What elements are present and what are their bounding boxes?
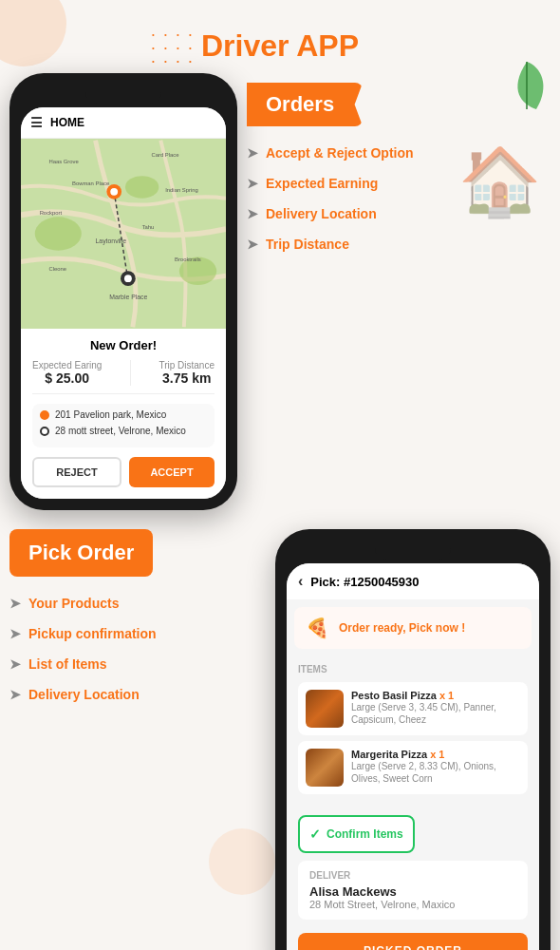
arrow-icon-7: ➤ [9,656,21,672]
confirm-btn-label: Confirm Items [327,827,403,841]
feature-label-list-of-items: List of Items [28,656,106,672]
map-area: Haas Grove Card Place Bowman Place India… [21,139,226,329]
trip-label: Trip Distance [159,360,215,370]
orders-info: Orders ➤ Accept & Reject Option ➤ Expect… [247,73,551,510]
svg-text:Rockport: Rockport [40,210,63,216]
reject-button[interactable]: REJECT [32,457,121,487]
section2: Pick Order ➤ Your Products ➤ Pickup conf… [0,529,560,950]
trip-distance-meta: Trip Distance 3.75 km [159,360,215,386]
feature-item-delivery-location2: ➤ Delivery Location [9,687,266,702]
ready-text: Order ready, Pick now ! [339,621,465,635]
svg-point-4 [125,176,159,199]
hamburger-icon[interactable]: ☰ [30,115,43,130]
svg-text:Indian Spring: Indian Spring [165,187,198,193]
pizza-2-image [306,749,344,787]
svg-text:Haas Grove: Haas Grove [48,159,78,164]
order-meta: Expected Earing $ 25.00 Trip Distance 3.… [32,360,215,394]
item-1-name: Pesto Basil Pizza x 1 [351,690,520,701]
phone-screen-right: ‹ Pick: #1250045930 🍕 Order ready, Pick … [287,563,539,950]
feature-item-your-products: ➤ Your Products [9,596,266,611]
phone-frame-left: ☰ HOME [9,73,237,510]
order-card-title: New Order! [32,338,215,352]
phone-right: ‹ Pick: #1250045930 🍕 Order ready, Pick … [275,529,560,950]
order-header: ‹ Pick: #1250045930 [287,563,539,599]
expected-value: $ 25.00 [32,370,102,386]
svg-text:Bowman Place: Bowman Place [72,180,109,186]
item-row-2: Margerita Pizza x 1 Large (Serve 2, 8.33… [298,741,528,794]
item-1-desc: Large (Serve 3, 3.45 CM), Panner, Capsic… [351,701,520,726]
item-2-name: Margerita Pizza x 1 [351,749,520,760]
address-row-pickup: 201 Pavelion park, Mexico [40,409,207,420]
pizza-1-image [306,690,344,728]
deliver-section: DELIVER Alisa Mackews 28 Mott Street, Ve… [298,861,528,920]
phone-left: ☰ HOME [9,73,237,510]
feature-label-trip-distance: Trip Distance [266,237,349,252]
feature-label-your-products: Your Products [28,596,119,611]
order-card: New Order! Expected Earing $ 25.00 Trip … [21,329,226,499]
map-header: ☰ HOME [21,107,226,139]
svg-text:Laytonville: Laytonville [96,238,127,245]
trip-value: 3.75 km [159,370,215,386]
feature-label-pickup-confirmation: Pickup confirmation [28,626,157,641]
deliver-name: Alisa Mackews [309,884,516,899]
food-icon: 🍕 [306,617,329,639]
ready-banner: 🍕 Order ready, Pick now ! [294,607,532,649]
feature-item-pickup-confirmation: ➤ Pickup confirmation [9,626,266,641]
meta-divider [130,360,131,386]
home-label: HOME [50,116,84,129]
deliver-label: DELIVER [309,870,516,881]
feature-item-delivery-location: ➤ Delivery Location [247,206,551,221]
order-id: Pick: #1250045930 [310,575,419,589]
item-2-info: Margerita Pizza x 1 Large (Serve 2, 8.33… [351,749,520,785]
arrow-icon-6: ➤ [9,626,21,641]
pickup-dot [40,410,49,420]
address-row-delivery: 28 mott street, Velrone, Mexico [40,426,207,436]
deliver-address: 28 Mott Street, Velrone, Maxico [309,899,516,910]
address-box: 201 Pavelion park, Mexico 28 mott street… [32,404,215,447]
svg-text:Card Place: Card Place [151,152,178,158]
svg-point-7 [110,188,118,196]
orders-banner: Orders [247,83,363,126]
main-layout: ☰ HOME [0,73,560,510]
items-label: ITEMS [298,664,528,674]
svg-text:Marble Place: Marble Place [109,294,147,300]
feature-item-list-of-items: ➤ List of Items [9,656,266,672]
check-icon: ✓ [309,826,321,842]
expected-earning-meta: Expected Earing $ 25.00 [32,360,102,386]
item-2-desc: Large (Serve 2, 8.33 CM), Onions, Olives… [351,760,520,785]
picked-order-button[interactable]: PICKED ORDER [298,933,528,950]
svg-point-9 [124,275,132,282]
item-row-1: Pesto Basil Pizza x 1 Large (Serve 3, 3.… [298,682,528,735]
arrow-icon-1: ➤ [247,145,258,161]
action-buttons: REJECT ACCEPT [32,457,215,487]
item-2-qty: x 1 [430,749,444,760]
accept-button[interactable]: ACCEPT [129,457,215,487]
arrow-icon-3: ➤ [247,206,258,221]
delivery-address: 28 mott street, Velrone, Mexico [55,426,186,436]
orders-feature-list: ➤ Accept & Reject Option ➤ Expected Earn… [247,145,551,252]
arrow-icon-2: ➤ [247,176,258,191]
page-title: Driver APP [0,0,560,73]
feature-item-trip-distance: ➤ Trip Distance [247,237,551,252]
svg-text:Cleone: Cleone [48,266,66,272]
feature-label-delivery-location: Delivery Location [266,206,377,221]
pick-order-banner: Pick Order [9,529,153,577]
items-section: ITEMS Pesto Basil Pizza x 1 Large (Serve… [287,656,539,808]
feature-label-accept-reject: Accept & Reject Option [266,145,414,161]
arrow-icon-5: ➤ [9,596,21,611]
pickup-address: 201 Pavelion park, Mexico [55,409,166,420]
confirm-items-button[interactable]: ✓ Confirm Items [298,815,415,853]
pick-order-feature-list: ➤ Your Products ➤ Pickup confirmation ➤ … [9,596,266,702]
delivery-dot [40,427,49,436]
arrow-icon-4: ➤ [247,237,258,252]
feature-label-expected-earning: Expected Earning [266,176,378,191]
pick-order-left: Pick Order ➤ Your Products ➤ Pickup conf… [0,529,275,950]
item-1-info: Pesto Basil Pizza x 1 Large (Serve 3, 3.… [351,690,520,726]
arrow-icon-8: ➤ [9,687,21,702]
phone-notch-right [375,541,451,560]
feature-label-delivery-location2: Delivery Location [28,687,140,702]
phone-screen-left: ☰ HOME [21,107,226,499]
back-arrow-icon[interactable]: ‹ [298,573,303,590]
feature-item-accept-reject: ➤ Accept & Reject Option [247,145,551,161]
phone-frame-right: ‹ Pick: #1250045930 🍕 Order ready, Pick … [275,529,551,950]
